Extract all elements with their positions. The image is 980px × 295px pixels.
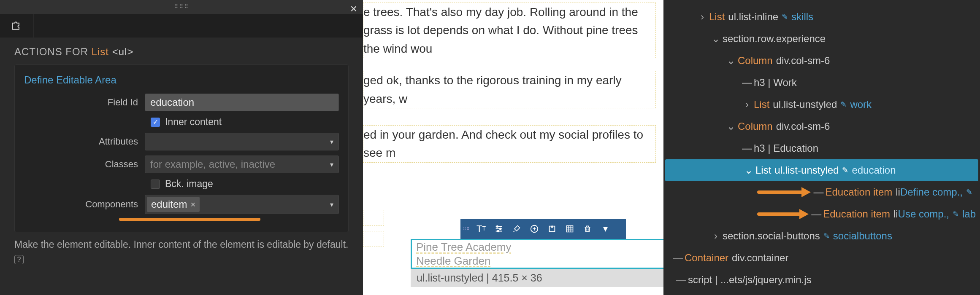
canvas-area: e trees. That's also my day job. Rolling… bbox=[363, 0, 663, 295]
body-paragraph[interactable]: ed in your garden. And check out my soci… bbox=[363, 125, 656, 163]
element-toolbar: ⠿⠿ TT ▾ bbox=[460, 219, 626, 239]
component-token: eduitem × bbox=[147, 197, 200, 212]
tree-row[interactable]: —Education itemliUse comp.,✎lab bbox=[663, 203, 980, 225]
svg-point-0 bbox=[497, 226, 498, 228]
tree-leaf-icon: — bbox=[742, 142, 752, 154]
attributes-label: Attributes bbox=[24, 136, 145, 147]
classes-placeholder: for example, active, inactive bbox=[150, 158, 275, 170]
body-paragraph[interactable]: ged ok, thanks to the rigorous training … bbox=[363, 71, 656, 108]
drag-handle-icon[interactable]: ⠿⠿ bbox=[463, 225, 470, 232]
tree-toggle-icon[interactable]: ⌄ bbox=[744, 164, 754, 176]
tree-node-desc: div.col-sm-6 bbox=[776, 55, 830, 67]
tree-row[interactable]: ›Listul.list-inline✎skills bbox=[663, 6, 980, 28]
tree-node-name: Education item bbox=[823, 208, 890, 220]
tree-node-link[interactable]: Define comp., bbox=[900, 186, 963, 198]
arrow-marker bbox=[757, 209, 809, 219]
tree-row[interactable]: ⌄section.row.experience bbox=[663, 28, 980, 50]
tree-row[interactable]: —h3 | Work bbox=[663, 72, 980, 94]
tree-leaf-icon: — bbox=[742, 77, 752, 88]
tree-row[interactable]: —script | ...ets/js/jquery.min.js bbox=[663, 269, 980, 291]
tree-node-link[interactable]: education bbox=[852, 164, 896, 176]
close-icon[interactable]: × bbox=[350, 2, 357, 16]
field-id-label: Field Id bbox=[24, 97, 145, 108]
chevron-down-icon[interactable]: ▾ bbox=[597, 221, 613, 237]
tree-row[interactable]: —Education itemliDefine comp.,✎ bbox=[663, 181, 980, 203]
extensions-tab[interactable] bbox=[0, 14, 34, 38]
actions-heading: ACTIONS FOR List <ul> bbox=[0, 38, 363, 64]
svg-point-1 bbox=[500, 228, 501, 230]
list-item[interactable]: Pine Tree Academy bbox=[412, 240, 663, 254]
tree-node-desc: div.col-sm-6 bbox=[776, 121, 830, 132]
edit-icon[interactable]: ✎ bbox=[782, 12, 788, 21]
components-label: Components bbox=[24, 199, 145, 210]
chevron-down-icon: ▾ bbox=[330, 138, 333, 146]
tree-node-link[interactable]: lab bbox=[962, 208, 976, 220]
tree-node-desc: div.container bbox=[732, 252, 788, 264]
tree-row[interactable]: ›Listul.list-unstyled✎work bbox=[663, 94, 980, 115]
field-id-input[interactable] bbox=[145, 94, 339, 111]
body-paragraph[interactable]: e trees. That's also my day job. Rolling… bbox=[363, 3, 656, 58]
sliders-icon[interactable] bbox=[491, 221, 507, 237]
section-title[interactable]: Define Editable Area bbox=[24, 74, 339, 86]
edit-icon[interactable]: ✎ bbox=[966, 188, 972, 197]
selected-list[interactable]: Pine Tree Academy Needle Garden bbox=[411, 239, 663, 269]
tree-leaf-icon: — bbox=[673, 252, 683, 264]
tree-node-name: Column bbox=[738, 55, 773, 67]
tree-node-desc: section.social-buttons bbox=[723, 230, 820, 242]
tree-node-link[interactable]: skills bbox=[791, 11, 813, 23]
edit-icon[interactable]: ✎ bbox=[842, 166, 848, 175]
tree-node-link[interactable]: Use comp., bbox=[898, 208, 949, 220]
selected-element[interactable]: ⠿⠿ TT ▾ Pine Tree Academy Ne bbox=[411, 219, 663, 287]
tree-toggle-icon[interactable]: ⌄ bbox=[726, 55, 736, 67]
tree-node-desc: ul.list-unstyled bbox=[774, 164, 839, 176]
tree-row[interactable]: —h3 | Education bbox=[663, 137, 980, 159]
tree-node-desc: h3 | Education bbox=[754, 142, 818, 154]
drag-handle-icon[interactable]: ⠿⠿⠿ bbox=[174, 3, 189, 10]
svg-point-2 bbox=[497, 231, 499, 232]
tree-leaf-icon: — bbox=[813, 186, 823, 198]
chevron-down-icon: ▾ bbox=[330, 161, 333, 169]
tree-toggle-icon[interactable]: ⌄ bbox=[726, 121, 736, 132]
tree-row[interactable]: ›section.social-buttons✎socialbuttons bbox=[663, 225, 980, 247]
panel-titlebar[interactable]: ⠿⠿⠿ × bbox=[0, 0, 363, 14]
edit-icon[interactable]: ✎ bbox=[840, 100, 847, 109]
arrow-marker bbox=[757, 188, 811, 197]
components-select[interactable]: eduitem × ▾ bbox=[145, 195, 339, 214]
tree-toggle-icon[interactable]: ⌄ bbox=[711, 33, 721, 45]
panel-tab-bar bbox=[0, 14, 363, 38]
tree-node-name: Container bbox=[685, 252, 728, 264]
tree-row[interactable]: ⌄Columndiv.col-sm-6 bbox=[663, 50, 980, 72]
text-size-icon[interactable]: TT bbox=[473, 221, 489, 237]
list-item[interactable]: Needle Garden bbox=[412, 254, 663, 268]
tree-toggle-icon[interactable]: › bbox=[742, 99, 752, 110]
element-tag: <ul> bbox=[112, 46, 134, 57]
tree-node-desc: ul.list-unstyled bbox=[773, 99, 837, 110]
edit-icon[interactable]: ✎ bbox=[823, 231, 830, 241]
tree-row[interactable]: —Containerdiv.container bbox=[663, 247, 980, 269]
attributes-select[interactable]: ▾ bbox=[145, 133, 339, 150]
edit-icon[interactable]: ✎ bbox=[953, 209, 959, 219]
tree-leaf-icon: — bbox=[811, 208, 821, 220]
tree-node-link[interactable]: work bbox=[850, 99, 872, 110]
classes-label: Classes bbox=[24, 159, 145, 170]
inner-content-label: Inner content bbox=[165, 116, 222, 128]
trash-icon[interactable] bbox=[579, 221, 596, 237]
grid-icon[interactable] bbox=[562, 221, 578, 237]
tree-node-link[interactable]: socialbuttons bbox=[833, 230, 892, 242]
add-circle-icon[interactable] bbox=[526, 221, 542, 237]
tree-row[interactable]: ⌄Listul.list-unstyled✎education bbox=[665, 159, 978, 181]
bck-image-checkbox[interactable] bbox=[151, 180, 160, 189]
help-icon[interactable]: ? bbox=[14, 255, 24, 264]
tree-node-name: List bbox=[709, 11, 725, 23]
tree-row[interactable]: ⌄Columndiv.col-sm-6 bbox=[663, 115, 980, 137]
brush-icon[interactable] bbox=[509, 221, 525, 237]
actions-panel: ⠿⠿⠿ × ACTIONS FOR List <ul> Define Edita… bbox=[0, 0, 363, 295]
classes-select[interactable]: for example, active, inactive ▾ bbox=[145, 156, 339, 173]
insert-icon[interactable] bbox=[544, 221, 560, 237]
token-remove-icon[interactable]: × bbox=[190, 200, 195, 209]
tree-toggle-icon[interactable]: › bbox=[711, 230, 721, 242]
tree-node-name: Column bbox=[738, 121, 773, 132]
tree-toggle-icon[interactable]: › bbox=[697, 11, 707, 23]
inner-content-checkbox[interactable]: ✓ bbox=[151, 118, 160, 127]
tree-leaf-icon: — bbox=[676, 274, 686, 286]
